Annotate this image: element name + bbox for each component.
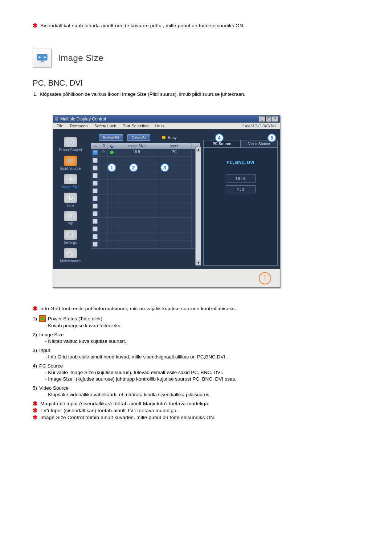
ratio-16-9-button[interactable]: 16 : 9 bbox=[226, 175, 256, 182]
row-id: 0 bbox=[99, 149, 108, 157]
sidebar-label-pip: PIP bbox=[53, 222, 88, 226]
exp-title: Image Size bbox=[39, 332, 64, 337]
grid-row[interactable] bbox=[91, 218, 200, 225]
busy-label: Busy bbox=[168, 135, 176, 140]
sidebar-item-power[interactable]: ⏻ Power Control bbox=[53, 136, 88, 154]
image-size-sidebar-icon: ⛶ bbox=[64, 174, 77, 184]
row-checkbox[interactable] bbox=[93, 226, 98, 231]
callout-5: 5 bbox=[268, 134, 276, 142]
maximize-button[interactable]: ▢ bbox=[265, 116, 272, 122]
select-all-button[interactable]: Select All bbox=[99, 134, 123, 141]
grid-row[interactable] bbox=[91, 157, 200, 164]
exp-num: 5) bbox=[33, 385, 37, 391]
note-line: ✱ Sisendiallikat saab juhtida ainult nen… bbox=[33, 23, 294, 29]
app-window: 🖥 Multiple Display Control _ ▢ ✕ File Re… bbox=[53, 115, 280, 288]
sidebar-item-settings[interactable]: ⚙ Settings bbox=[53, 228, 88, 247]
exp-item-5: 5) Video Source Klõpsake videoallika vah… bbox=[33, 385, 294, 397]
row-checkbox[interactable] bbox=[93, 181, 98, 186]
sidebar-label-power: Power Control bbox=[53, 148, 88, 152]
note-line: ✱ Image Size Control toimib ainult kuvad… bbox=[33, 415, 294, 420]
star-icon: ✱ bbox=[33, 401, 37, 407]
row-checkbox[interactable] bbox=[93, 196, 98, 201]
grid-row[interactable] bbox=[91, 195, 200, 202]
grid-row[interactable] bbox=[91, 187, 200, 195]
exp-detail: Näitab valitud kuva kujutise suurust. bbox=[45, 338, 294, 344]
right-panel: 4 5 PC Source Video Source PC, BNC, DVI … bbox=[201, 129, 280, 269]
scroll-track[interactable] bbox=[196, 152, 201, 260]
row-checkbox[interactable] bbox=[93, 165, 98, 171]
minimize-button[interactable]: _ bbox=[259, 116, 265, 122]
maintenance-icon: 🖌 bbox=[64, 248, 77, 258]
row-checkbox[interactable] bbox=[93, 242, 98, 247]
menu-remocon[interactable]: Remocon bbox=[70, 124, 88, 128]
sidebar-item-maintenance[interactable]: 🖌 Maintenance bbox=[53, 247, 88, 265]
row-checkbox[interactable] bbox=[93, 219, 98, 224]
row-checkbox[interactable] bbox=[93, 211, 98, 216]
note-line: ✱ MagicInfo'i Input (sisendallikas) tööt… bbox=[33, 401, 294, 407]
grid-row[interactable] bbox=[91, 210, 200, 218]
grid-row[interactable] bbox=[91, 233, 200, 241]
grid-toolbar: Select All Clear All Busy bbox=[90, 134, 201, 141]
clear-all-button[interactable]: Clear All bbox=[127, 134, 150, 141]
scroll-up-icon[interactable]: ▴ bbox=[196, 147, 201, 152]
col-input: Input bbox=[157, 143, 192, 149]
exp-detail: Klõpsake videoallika vahekaarti, et määr… bbox=[45, 392, 294, 397]
exp-detail: Image Size'i (kujutise suuruse) juhtnupp… bbox=[45, 376, 294, 382]
row-checkbox[interactable] bbox=[93, 188, 98, 193]
window-buttons: _ ▢ ✕ bbox=[259, 116, 278, 122]
busy-dot-icon bbox=[162, 136, 166, 139]
sidebar-label-input: Input Source bbox=[53, 167, 88, 171]
window-title: Multiple Display Control bbox=[60, 116, 106, 122]
callout-3: 3 bbox=[160, 163, 169, 172]
menu-help[interactable]: Help bbox=[155, 124, 164, 128]
grid-row[interactable] bbox=[91, 180, 200, 187]
exp-title: Input bbox=[39, 348, 50, 353]
grid-row[interactable] bbox=[91, 225, 200, 233]
row-checkbox[interactable] bbox=[93, 158, 98, 163]
settings-icon: ⚙ bbox=[64, 230, 77, 240]
image-size-icon bbox=[33, 49, 52, 67]
exp-num: 3) bbox=[33, 348, 37, 353]
col-image-size: Image Size bbox=[116, 143, 157, 149]
section-title: Image Size bbox=[58, 53, 103, 63]
grid-row[interactable]: 0 16:9 PC bbox=[91, 149, 200, 157]
time-icon: 🕑 bbox=[64, 193, 77, 203]
vertical-scrollbar[interactable]: ▴ ▾ bbox=[195, 147, 201, 266]
exp-detail: Kui valite Image Size (kujutise suurus),… bbox=[45, 370, 294, 375]
sidebar-item-image-size[interactable]: ⛶ Image Size bbox=[53, 173, 88, 191]
row-checkbox[interactable] bbox=[93, 150, 98, 155]
input-source-icon: ◧ bbox=[64, 156, 77, 166]
col-id: ID bbox=[99, 143, 108, 149]
ratio-4-3-button[interactable]: 4 : 3 bbox=[226, 185, 256, 193]
exp-num: 1) bbox=[33, 316, 37, 321]
menu-port-selection[interactable]: Port Selection bbox=[123, 124, 149, 128]
row-checkbox[interactable] bbox=[93, 173, 98, 178]
menu-safety-lock[interactable]: Safety Lock bbox=[94, 124, 116, 128]
intro-line: 1. Klõpsates põhiikoonide valikus ikooni… bbox=[33, 91, 294, 97]
sidebar-item-input[interactable]: ◧ Input Source bbox=[53, 154, 88, 173]
svg-rect-2 bbox=[39, 62, 45, 62]
grid-row[interactable] bbox=[91, 172, 200, 180]
sidebar-item-pip[interactable]: ◱ PIP bbox=[53, 210, 88, 228]
star-icon: ✱ bbox=[33, 23, 37, 29]
note-line: ✱ TV'i Input (sisendallikas) töötab ainu… bbox=[33, 408, 294, 414]
note-text: Sisendiallikat saab juhtida ainult nende… bbox=[40, 23, 294, 28]
close-button[interactable]: ✕ bbox=[272, 116, 278, 122]
busy-indicator: Busy bbox=[162, 135, 176, 140]
exp-num: 2) bbox=[33, 332, 37, 337]
callout-2: 2 bbox=[129, 163, 138, 172]
menu-file[interactable]: File bbox=[57, 124, 64, 128]
power-status-icon bbox=[39, 315, 46, 322]
sidebar-item-time[interactable]: 🕑 Time bbox=[53, 191, 88, 210]
row-checkbox[interactable] bbox=[93, 204, 98, 209]
col-checkbox[interactable] bbox=[91, 143, 99, 149]
row-checkbox[interactable] bbox=[93, 234, 98, 239]
scroll-down-icon[interactable]: ▾ bbox=[196, 260, 201, 265]
note-text: Image Size Control toimib ainult kuvades… bbox=[40, 415, 294, 420]
grid-row[interactable] bbox=[91, 202, 200, 210]
exp-item-4: 4) PC Source Kui valite Image Size (kuju… bbox=[33, 363, 294, 382]
grid-row[interactable] bbox=[91, 241, 200, 248]
exp-detail: Info Grid toob esile ainult need kuvad, … bbox=[45, 354, 294, 360]
power-on-dot-icon bbox=[110, 151, 114, 154]
pip-icon: ◱ bbox=[64, 211, 77, 221]
